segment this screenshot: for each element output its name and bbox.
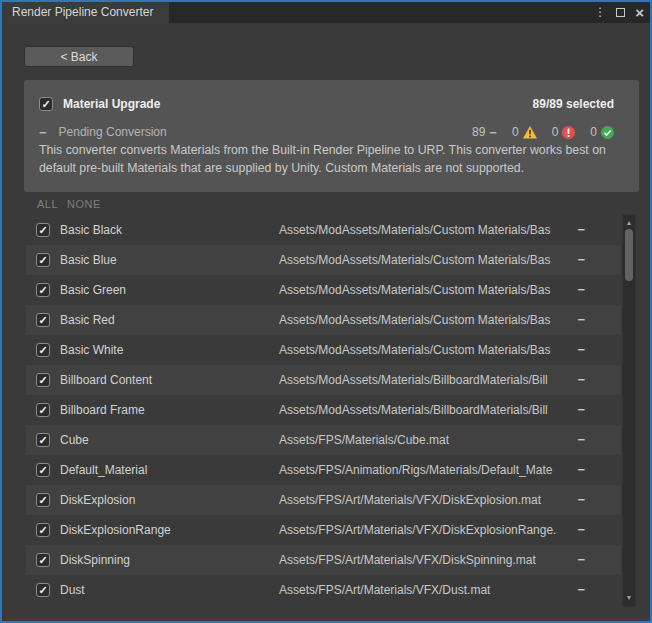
- material-row[interactable]: ✓ Basic Blue Assets/ModAssets/Materials/…: [26, 245, 621, 275]
- row-status-minus-icon: −: [577, 215, 585, 245]
- title-bar: Render Pipeline Converter ⋮ ×: [2, 2, 650, 23]
- row-path: Assets/ModAssets/Materials/BillboardMate…: [279, 365, 567, 395]
- row-checkbox[interactable]: ✓: [36, 463, 50, 477]
- warning-stat: 0: [512, 125, 537, 139]
- pending-stats: 89 − 0 0: [472, 125, 614, 139]
- row-checkbox[interactable]: ✓: [36, 403, 50, 417]
- row-path: Assets/FPS/Materials/Cube.mat: [279, 425, 567, 455]
- row-path: Assets/FPS/Art/Materials/VFX/DiskExplosi…: [279, 515, 567, 545]
- row-checkbox[interactable]: ✓: [36, 493, 50, 507]
- row-status-minus-icon: −: [577, 575, 585, 605]
- row-label: Default_Material: [60, 455, 147, 485]
- checkmark-icon: ✓: [38, 285, 47, 296]
- warning-triangle-icon: [523, 126, 537, 139]
- material-row[interactable]: ✓ Basic Red Assets/ModAssets/Materials/C…: [26, 305, 621, 335]
- checkmark-icon: ✓: [38, 255, 47, 266]
- success-circle-icon: [601, 126, 614, 139]
- row-label: DiskSpinning: [60, 545, 130, 575]
- material-row[interactable]: ✓ Basic Black Assets/ModAssets/Materials…: [26, 215, 621, 245]
- material-upgrade-checkbox[interactable]: ✓: [39, 97, 53, 111]
- row-path: Assets/FPS/Art/Materials/VFX/Dust.mat: [279, 575, 567, 605]
- checkmark-icon: ✓: [38, 555, 47, 566]
- row-checkbox[interactable]: ✓: [36, 223, 50, 237]
- row-status-minus-icon: −: [577, 485, 585, 515]
- row-label: Basic White: [60, 335, 123, 365]
- row-checkbox[interactable]: ✓: [36, 373, 50, 387]
- collapse-minus-icon[interactable]: −: [39, 126, 47, 139]
- material-row[interactable]: ✓ Cube Assets/FPS/Materials/Cube.mat −: [26, 425, 621, 455]
- row-status-minus-icon: −: [577, 515, 585, 545]
- material-list: ✓ Basic Black Assets/ModAssets/Materials…: [26, 215, 621, 605]
- row-status-minus-icon: −: [577, 305, 585, 335]
- row-label: Basic Black: [60, 215, 122, 245]
- row-path: Assets/ModAssets/Materials/Custom Materi…: [279, 275, 567, 305]
- checkmark-icon: ✓: [38, 435, 47, 446]
- scroll-down-icon[interactable]: ▼: [623, 592, 635, 604]
- pending-total-stat: 89 −: [472, 125, 497, 139]
- material-row[interactable]: ✓ DiskExplosionRange Assets/FPS/Art/Mate…: [26, 515, 621, 545]
- scrollbar-thumb[interactable]: [625, 229, 633, 281]
- checkmark-icon: ✓: [38, 315, 47, 326]
- select-all-button[interactable]: ALL: [37, 198, 58, 210]
- menu-icon[interactable]: ⋮: [594, 2, 606, 23]
- row-path: Assets/FPS/Animation/Rigs/Materials/Defa…: [279, 455, 567, 485]
- row-status-minus-icon: −: [577, 365, 585, 395]
- maximize-icon[interactable]: [616, 8, 625, 17]
- tab-render-pipeline-converter[interactable]: Render Pipeline Converter: [2, 2, 169, 23]
- row-status-minus-icon: −: [577, 455, 585, 485]
- material-row[interactable]: ✓ DiskSpinning Assets/FPS/Art/Materials/…: [26, 545, 621, 575]
- row-checkbox[interactable]: ✓: [36, 523, 50, 537]
- success-count: 0: [590, 125, 597, 139]
- checkmark-icon: ✓: [38, 345, 47, 356]
- row-label: DiskExplosionRange: [60, 515, 171, 545]
- row-label: Basic Blue: [60, 245, 117, 275]
- warning-count: 0: [512, 125, 519, 139]
- row-checkbox[interactable]: ✓: [36, 583, 50, 597]
- list-scrollbar[interactable]: ▲ ▼: [622, 214, 636, 607]
- row-label: Dust: [60, 575, 85, 605]
- material-row[interactable]: ✓ Default_Material Assets/FPS/Animation/…: [26, 455, 621, 485]
- row-checkbox[interactable]: ✓: [36, 313, 50, 327]
- row-label: DiskExplosion: [60, 485, 135, 515]
- row-path: Assets/ModAssets/Materials/Custom Materi…: [279, 215, 567, 245]
- back-button[interactable]: < Back: [24, 46, 134, 67]
- error-circle-icon: [562, 126, 575, 139]
- scroll-up-icon[interactable]: ▲: [623, 217, 635, 229]
- material-row[interactable]: ✓ Basic White Assets/ModAssets/Materials…: [26, 335, 621, 365]
- checkmark-icon: ✓: [38, 525, 47, 536]
- render-pipeline-converter-window: Render Pipeline Converter ⋮ × < Back ✓ M…: [0, 0, 652, 623]
- row-path: Assets/ModAssets/Materials/Custom Materi…: [279, 305, 567, 335]
- row-path: Assets/ModAssets/Materials/BillboardMate…: [279, 395, 567, 425]
- row-label: Cube: [60, 425, 89, 455]
- error-stat: 0: [552, 125, 576, 139]
- row-status-minus-icon: −: [577, 545, 585, 575]
- row-label: Basic Green: [60, 275, 126, 305]
- row-path: Assets/FPS/Art/Materials/VFX/DiskSpinnin…: [279, 545, 567, 575]
- material-row[interactable]: ✓ DiskExplosion Assets/FPS/Art/Materials…: [26, 485, 621, 515]
- row-checkbox[interactable]: ✓: [36, 553, 50, 567]
- row-path: Assets/FPS/Art/Materials/VFX/DiskExplosi…: [279, 485, 567, 515]
- row-checkbox[interactable]: ✓: [36, 433, 50, 447]
- checkmark-icon: ✓: [38, 585, 47, 596]
- close-icon[interactable]: ×: [635, 2, 644, 23]
- row-checkbox[interactable]: ✓: [36, 283, 50, 297]
- row-path: Assets/ModAssets/Materials/Custom Materi…: [279, 245, 567, 275]
- row-status-minus-icon: −: [577, 425, 585, 455]
- selected-summary: 89/89 selected: [533, 97, 614, 111]
- converter-description: This converter converts Materials from t…: [39, 142, 621, 177]
- converter-title: Material Upgrade: [63, 97, 160, 111]
- select-none-button[interactable]: NONE: [67, 198, 101, 210]
- row-status-minus-icon: −: [577, 245, 585, 275]
- row-path: Assets/ModAssets/Materials/Custom Materi…: [279, 335, 567, 365]
- row-checkbox[interactable]: ✓: [36, 253, 50, 267]
- material-row[interactable]: ✓ Billboard Frame Assets/ModAssets/Mater…: [26, 395, 621, 425]
- pending-conversion-row: − Pending Conversion 89 − 0 0: [39, 124, 614, 140]
- row-checkbox[interactable]: ✓: [36, 343, 50, 357]
- pending-minus-icon: −: [489, 126, 497, 139]
- row-label: Billboard Frame: [60, 395, 145, 425]
- material-row[interactable]: ✓ Dust Assets/FPS/Art/Materials/VFX/Dust…: [26, 575, 621, 605]
- material-row[interactable]: ✓ Billboard Content Assets/ModAssets/Mat…: [26, 365, 621, 395]
- checkmark-icon: ✓: [41, 99, 50, 110]
- checkmark-icon: ✓: [38, 405, 47, 416]
- material-row[interactable]: ✓ Basic Green Assets/ModAssets/Materials…: [26, 275, 621, 305]
